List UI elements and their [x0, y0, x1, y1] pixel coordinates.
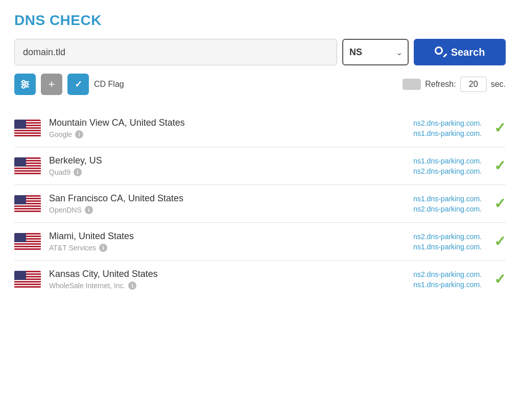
- flag-icon: [14, 233, 41, 250]
- status-check-icon: ✓: [494, 233, 506, 250]
- page-title: DNS CHECK: [14, 12, 506, 29]
- location-info: Kansas City, United States WholeSale Int…: [49, 269, 351, 290]
- search-button[interactable]: Search: [414, 39, 506, 65]
- refresh-label: Refresh:: [425, 80, 456, 89]
- location-name: Kansas City, United States: [49, 269, 351, 279]
- table-row: Kansas City, United States WholeSale Int…: [14, 261, 506, 298]
- ns2-link[interactable]: ns2.dns-parking.com.: [413, 205, 482, 213]
- search-row: A AAAA CNAME MX NS TXT SOA PTR ⌄ Search: [14, 39, 506, 65]
- table-row: Miami, United States AT&T Services i ns2…: [14, 223, 506, 261]
- ns-links: ns2.dns-parking.com. ns1.dns-parking.com…: [359, 232, 482, 251]
- domain-input[interactable]: [14, 39, 337, 65]
- flag-icon: [14, 157, 41, 175]
- provider-name: OpenDNS: [49, 206, 82, 214]
- info-icon[interactable]: i: [128, 282, 136, 290]
- refresh-wrapper: Refresh: sec.: [403, 77, 506, 92]
- table-row: San Francisco CA, United States OpenDNS …: [14, 185, 506, 223]
- provider-row: Google i: [49, 130, 351, 138]
- ns2-link[interactable]: ns1.dns-parking.com.: [413, 243, 482, 251]
- flag-icon: [14, 195, 41, 213]
- provider-name: AT&T Services: [49, 244, 96, 252]
- checkmark-icon: ✓: [75, 79, 82, 90]
- location-info: Berkeley, US Quad9 i: [49, 155, 351, 176]
- location-name: Berkeley, US: [49, 155, 351, 166]
- ns2-link[interactable]: ns2.dns-parking.com.: [413, 167, 482, 175]
- ns1-link[interactable]: ns2.dns-parking.com.: [413, 232, 482, 241]
- ns-links: ns2.dns-parking.com. ns1.dns-parking.com…: [359, 270, 482, 289]
- location-name: Mountain View CA, United States: [49, 118, 351, 128]
- ns1-link[interactable]: ns1.dns-parking.com.: [413, 195, 482, 203]
- info-icon[interactable]: i: [99, 244, 107, 252]
- svg-point-4: [26, 83, 28, 86]
- flag-icon: [14, 271, 41, 288]
- ns2-link[interactable]: ns1.dns-parking.com.: [413, 129, 482, 137]
- location-info: Miami, United States AT&T Services i: [49, 231, 351, 252]
- info-icon[interactable]: i: [74, 168, 82, 176]
- ns-links: ns2.dns-parking.com. ns1.dns-parking.com…: [359, 119, 482, 137]
- ns2-link[interactable]: ns1.dns-parking.com.: [413, 281, 482, 289]
- status-check-icon: ✓: [494, 157, 506, 174]
- ns1-link[interactable]: ns1.dns-parking.com.: [413, 157, 482, 165]
- controls-row: + ✓ CD Flag Refresh: sec.: [14, 74, 506, 95]
- search-button-label: Search: [451, 46, 485, 58]
- svg-point-5: [22, 86, 25, 88]
- refresh-unit: sec.: [491, 80, 506, 89]
- ns1-link[interactable]: ns2.dns-parking.com.: [413, 119, 482, 127]
- ns-links: ns1.dns-parking.com. ns2.dns-parking.com…: [359, 195, 482, 213]
- location-name: Miami, United States: [49, 231, 351, 242]
- location-info: San Francisco CA, United States OpenDNS …: [49, 193, 351, 214]
- status-check-icon: ✓: [494, 195, 506, 212]
- table-row: Mountain View CA, United States Google i…: [14, 109, 506, 147]
- filters-button[interactable]: [14, 74, 36, 95]
- provider-name: Quad9: [49, 168, 70, 176]
- results-list: Mountain View CA, United States Google i…: [14, 109, 506, 298]
- info-icon[interactable]: i: [85, 206, 93, 214]
- record-type-wrapper: A AAAA CNAME MX NS TXT SOA PTR ⌄: [342, 39, 409, 65]
- info-icon[interactable]: i: [75, 130, 83, 138]
- provider-row: Quad9 i: [49, 168, 351, 176]
- refresh-interval-input[interactable]: [460, 77, 487, 92]
- provider-name: Google: [49, 130, 72, 138]
- provider-row: WholeSale Internet, Inc. i: [49, 282, 351, 290]
- provider-row: OpenDNS i: [49, 206, 351, 214]
- status-check-icon: ✓: [494, 271, 506, 288]
- location-name: San Francisco CA, United States: [49, 193, 351, 204]
- search-icon: [435, 46, 446, 58]
- flag-icon: [14, 120, 41, 137]
- ns-links: ns1.dns-parking.com. ns2.dns-parking.com…: [359, 157, 482, 175]
- record-type-select[interactable]: A AAAA CNAME MX NS TXT SOA PTR: [342, 39, 409, 65]
- cd-flag-label: CD Flag: [94, 80, 124, 89]
- refresh-toggle[interactable]: [403, 79, 421, 90]
- provider-row: AT&T Services i: [49, 244, 351, 252]
- status-check-icon: ✓: [494, 120, 506, 136]
- ns1-link[interactable]: ns2.dns-parking.com.: [413, 270, 482, 278]
- add-button[interactable]: +: [41, 74, 62, 95]
- svg-point-3: [22, 81, 25, 83]
- provider-name: WholeSale Internet, Inc.: [49, 282, 125, 290]
- plus-icon: +: [49, 79, 55, 90]
- location-info: Mountain View CA, United States Google i: [49, 118, 351, 138]
- table-row: Berkeley, US Quad9 i ns1.dns-parking.com…: [14, 147, 506, 185]
- sliders-icon: [20, 79, 30, 89]
- cd-flag-checkbox[interactable]: ✓: [67, 74, 89, 95]
